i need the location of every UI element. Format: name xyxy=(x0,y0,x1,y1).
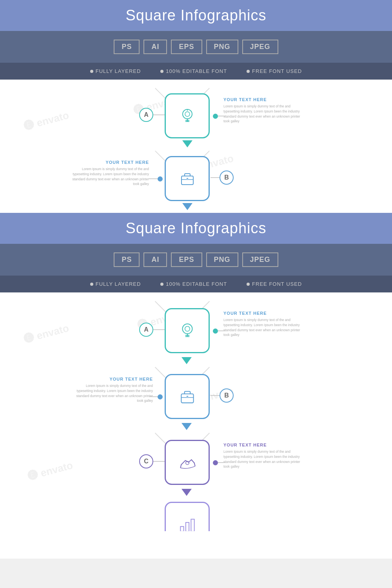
down-arrow-a xyxy=(182,140,192,147)
first-preview: 🅔 envato 🅔 envato 🅔 envato A xyxy=(0,80,392,213)
infographic-preview: A YOUR TEXT HERE xyxy=(20,80,372,213)
s2-arrow-ab xyxy=(181,357,372,368)
s2-box-b xyxy=(165,374,210,419)
line-right-b xyxy=(211,177,220,178)
svg-point-15 xyxy=(185,326,189,331)
label-circle-b: B xyxy=(220,171,234,185)
line-a xyxy=(153,114,165,115)
svg-point-11 xyxy=(182,324,192,334)
handshake-icon xyxy=(177,452,198,473)
s2-down-a xyxy=(181,357,192,364)
second-title-bar: Square Infographics xyxy=(0,213,392,244)
svg-rect-6 xyxy=(181,176,193,185)
dot-icon xyxy=(247,70,250,73)
s2-dot-lb xyxy=(158,394,163,399)
second-step-a: A YOUR TEXT HERE Lorem Ipsum is simply d… xyxy=(20,302,372,357)
dot-right-a xyxy=(213,114,218,119)
line-lc xyxy=(153,461,165,462)
second-step-b: YOUR TEXT HERE Lorem Ipsum is simply dum… xyxy=(20,368,372,423)
arrow-ab xyxy=(165,140,210,152)
dot-icon xyxy=(247,283,250,286)
s2-briefcase-icon xyxy=(177,387,198,407)
s2-box-c xyxy=(165,440,210,485)
format-png: PNG xyxy=(206,40,238,54)
line-rc xyxy=(218,462,226,463)
second-format-jpeg: JPEG xyxy=(242,252,278,267)
svg-rect-23 xyxy=(185,522,189,531)
second-infographic-section: 🅔 envato 🅔 envato 🅔 envato 🅔 envato A xyxy=(0,292,392,559)
second-features-bar: FULLY LAYERED 100% EDITABLE FONT FREE FO… xyxy=(0,276,392,292)
format-eps: EPS xyxy=(171,40,202,54)
slash-5 xyxy=(155,433,166,444)
second-feature-editable: 100% EDITABLE FONT xyxy=(160,281,227,287)
s2-arrow-cd xyxy=(181,489,372,500)
dot-icon xyxy=(160,283,163,286)
second-format-ps: PS xyxy=(114,252,140,267)
line-rb xyxy=(211,395,220,396)
dot-left-b xyxy=(158,176,163,181)
line-la xyxy=(153,329,165,330)
second-format-badges: PS AI EPS PNG JPEG xyxy=(0,244,392,276)
svg-line-20 xyxy=(180,465,181,468)
svg-line-21 xyxy=(194,463,195,466)
second-step-d-partial xyxy=(20,500,372,531)
second-format-png: PNG xyxy=(206,252,238,267)
down-arrow-b xyxy=(182,203,192,210)
lightbulb-icon xyxy=(178,106,197,126)
line-ra xyxy=(218,330,226,331)
step-box-b xyxy=(165,156,210,201)
feature-layered: FULLY LAYERED xyxy=(90,68,141,74)
text-block-b: YOUR TEXT HERE Lorem Ipsum is simply dum… xyxy=(71,160,149,187)
s2-text-b: YOUR TEXT HERE Lorem Ipsum is simply dum… xyxy=(71,377,153,403)
step-row-b: YOUR TEXT HERE Lorem Ipsum is simply dum… xyxy=(20,152,372,203)
svg-rect-16 xyxy=(181,394,193,403)
step-box-a xyxy=(165,93,210,138)
svg-rect-24 xyxy=(191,519,194,531)
s2-label-a: A xyxy=(139,323,153,337)
svg-point-5 xyxy=(185,112,190,116)
line-right-a xyxy=(218,116,226,116)
slash-3 xyxy=(155,367,166,378)
title-bar: Square Infographics xyxy=(0,0,392,31)
format-ai: AI xyxy=(143,40,167,54)
s2-arrow-bc xyxy=(181,423,372,434)
svg-rect-22 xyxy=(180,526,183,531)
dot-icon xyxy=(160,70,163,73)
second-step-c: C YOUR TEXT HERE Lorem Ipsum is simply d… xyxy=(20,434,372,489)
s2-text-c: YOUR TEXT HERE Lorem Ipsum is simply dum… xyxy=(223,443,302,469)
line-lb xyxy=(149,396,158,397)
s2-box-d xyxy=(165,502,210,531)
slash-1 xyxy=(155,301,166,312)
s2-dot-rc xyxy=(213,460,218,465)
second-format-eps: EPS xyxy=(171,252,202,267)
format-badges: PS AI EPS PNG JPEG xyxy=(0,31,392,63)
s2-text-a: YOUR TEXT HERE Lorem Ipsum is simply dum… xyxy=(223,311,302,338)
second-main-title: Square Infographics xyxy=(0,220,392,237)
text-block-a: YOUR TEXT HERE Lorem Ipsum is simply dum… xyxy=(223,97,302,124)
line-left-b xyxy=(149,178,158,179)
s2-down-c xyxy=(181,489,192,496)
second-infographic: A YOUR TEXT HERE Lorem Ipsum is simply d… xyxy=(20,292,372,547)
features-bar: FULLY LAYERED 100% EDITABLE FONT FREE FO… xyxy=(0,63,392,80)
format-ps: PS xyxy=(114,40,140,54)
second-header-section: Square Infographics PS AI EPS PNG JPEG F… xyxy=(0,213,392,292)
second-feature-layered: FULLY LAYERED xyxy=(90,281,141,287)
second-format-ai: AI xyxy=(143,252,167,267)
s2-label-b: B xyxy=(220,388,234,403)
step-row-a: A YOUR TEXT HERE xyxy=(20,89,372,140)
briefcase-icon xyxy=(178,169,197,189)
dot-icon xyxy=(90,70,93,73)
main-title: Square Infographics xyxy=(0,7,392,24)
feature-font: FREE FONT USED xyxy=(247,68,302,74)
arrow-bc xyxy=(165,203,210,213)
label-circle-a: A xyxy=(139,108,153,122)
s2-box-a xyxy=(165,308,210,353)
dot-icon xyxy=(90,283,93,286)
s2-down-b xyxy=(181,423,192,430)
s2-dot-ra xyxy=(213,328,218,334)
s2-label-c: C xyxy=(139,454,153,468)
header-section: Square Infographics PS AI EPS PNG JPEG F… xyxy=(0,0,392,80)
s2-lightbulb-icon xyxy=(177,321,198,341)
second-feature-font: FREE FONT USED xyxy=(247,281,302,287)
format-jpeg: JPEG xyxy=(242,40,278,54)
